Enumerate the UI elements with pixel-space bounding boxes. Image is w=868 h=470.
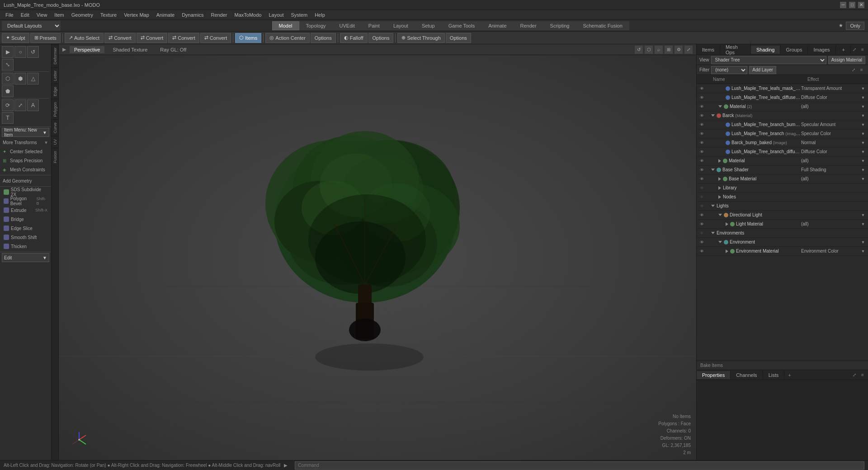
row-arrow-1[interactable]: ▼ bbox=[860, 86, 866, 91]
tool-options-12[interactable]: Options bbox=[311, 33, 336, 43]
lock-3[interactable] bbox=[705, 103, 711, 110]
properties-tab[interactable]: Properties bbox=[697, 371, 731, 379]
menu-dynamics[interactable]: Dynamics bbox=[178, 11, 207, 19]
tri-13[interactable] bbox=[718, 195, 721, 199]
filter-options-icon[interactable]: ≡ bbox=[858, 66, 865, 74]
tri-3[interactable] bbox=[718, 105, 722, 108]
add-layer-button[interactable]: Add Layer bbox=[749, 66, 776, 74]
tri-14[interactable] bbox=[711, 205, 715, 207]
tool-items-9[interactable]: ⬡Items bbox=[235, 33, 261, 43]
lock-6[interactable] bbox=[705, 131, 711, 137]
fusion-label[interactable]: Fusion bbox=[52, 148, 58, 166]
row-arrow-8[interactable]: ▼ bbox=[860, 150, 866, 154]
assign-material-button[interactable]: Assign Material bbox=[828, 56, 865, 64]
filter-select[interactable]: (none) bbox=[711, 66, 747, 74]
row-arrow-6[interactable]: ▼ bbox=[860, 132, 866, 136]
menu-system[interactable]: System bbox=[287, 11, 311, 19]
shader-row-directional-light[interactable]: 👁 Directional Light ▼ bbox=[697, 211, 868, 220]
viewport-canvas[interactable]: No Items Polygons : Face Channels: 0 Def… bbox=[59, 55, 696, 460]
vis-toggle-4[interactable]: 👁 bbox=[698, 113, 705, 119]
item-menu-dropdown[interactable]: Item Menu: New Item ▼ bbox=[2, 128, 49, 137]
mode-tab-topology[interactable]: Topology bbox=[299, 21, 333, 30]
edge-label[interactable]: Edge bbox=[52, 84, 58, 99]
perspective-tab[interactable]: Perspective bbox=[70, 46, 104, 53]
tool-select-through-17[interactable]: ⊕Select Through bbox=[397, 33, 444, 43]
lock-11[interactable] bbox=[705, 176, 711, 182]
row-arrow-19[interactable]: ▼ bbox=[860, 249, 866, 254]
lock-13[interactable] bbox=[705, 194, 711, 200]
menu-texture[interactable]: Texture bbox=[97, 11, 120, 19]
command-input[interactable] bbox=[295, 461, 864, 470]
mode-tab-uvedit[interactable]: UVEdit bbox=[333, 21, 362, 30]
vis-toggle-9[interactable]: 👁 bbox=[698, 158, 705, 164]
tool-icon-12[interactable]: T bbox=[2, 112, 14, 124]
vis-toggle-8[interactable]: 👁 bbox=[698, 149, 705, 155]
shader-row-environment[interactable]: 👁 Environment ▼ bbox=[697, 238, 868, 247]
panel-expand-icon[interactable]: ⤢ bbox=[851, 46, 858, 53]
lock-8[interactable] bbox=[705, 149, 711, 155]
shader-row-material1[interactable]: 👁 Material (2) (all) ▼ bbox=[697, 102, 868, 111]
bridge[interactable]: Bridge bbox=[0, 215, 51, 224]
edit-dropdown[interactable]: Edit ▼ bbox=[2, 253, 49, 262]
tool-options-18[interactable]: Options bbox=[446, 33, 471, 43]
reset-icon[interactable]: ↺ bbox=[635, 46, 643, 54]
smooth-shift[interactable]: Smooth Shift bbox=[0, 233, 51, 242]
grid-icon[interactable]: ⊞ bbox=[665, 46, 673, 54]
center-selected[interactable]: ✦ Center Selected bbox=[0, 147, 51, 156]
menu-geometry[interactable]: Geometry bbox=[68, 11, 97, 19]
shader-row-base-shader[interactable]: 👁 Base Shader Full Shading ▼ bbox=[697, 165, 868, 174]
deformer-label[interactable]: Deformer bbox=[52, 44, 58, 67]
mode-tab-paint[interactable]: Paint bbox=[362, 21, 387, 30]
shader-row-library[interactable]: 👁 Library bbox=[697, 183, 868, 193]
tool-icon-4[interactable]: ⤡ bbox=[2, 59, 14, 70]
tool-convert-5[interactable]: ⇄Convert bbox=[137, 33, 168, 43]
letter-label[interactable]: Letter bbox=[52, 67, 58, 84]
menu-edit[interactable]: Edit bbox=[17, 11, 33, 19]
row-arrow-10[interactable]: ▼ bbox=[860, 168, 866, 172]
bake-items-row[interactable]: Bake Items bbox=[697, 361, 868, 370]
tri-9[interactable] bbox=[718, 159, 721, 163]
vis-toggle-18[interactable]: 👁 bbox=[698, 239, 705, 245]
menu-file[interactable]: File bbox=[2, 11, 17, 19]
menu-item[interactable]: Item bbox=[51, 11, 67, 19]
vis-toggle-15[interactable]: 👁 bbox=[698, 212, 705, 218]
row-arrow-3[interactable]: ▼ bbox=[860, 104, 866, 109]
row-arrow-7[interactable]: ▼ bbox=[860, 141, 866, 145]
more-transforms[interactable]: More Transforms ▼ bbox=[0, 138, 51, 147]
lock-7[interactable] bbox=[705, 140, 711, 146]
lock-16[interactable] bbox=[705, 221, 711, 227]
mode-tab-setup[interactable]: Setup bbox=[415, 21, 442, 30]
bottom-options-icon[interactable]: ≡ bbox=[859, 371, 866, 379]
mode-tab-animate[interactable]: Animate bbox=[481, 21, 513, 30]
lock-14[interactable] bbox=[705, 203, 711, 209]
lock-4[interactable] bbox=[705, 113, 711, 119]
close-button[interactable]: ✕ bbox=[858, 2, 864, 8]
menu-animate[interactable]: Animate bbox=[153, 11, 178, 19]
shader-row-barck[interactable]: 👁 Barck (Material) ▼ bbox=[697, 111, 868, 120]
sds-subdivide[interactable]: SDS Subdivide 2X bbox=[0, 188, 51, 197]
mesh-constraints[interactable]: ◈ Mesh Constraints bbox=[0, 165, 51, 174]
shader-row-barck-bump[interactable]: 👁 Barck_bump_baked (Image) Normal ▼ bbox=[697, 138, 868, 147]
row-arrow-4[interactable]: ▼ bbox=[860, 113, 866, 118]
row-arrow-11[interactable]: ▼ bbox=[860, 177, 866, 181]
tool-presets-1[interactable]: ⊞Presets bbox=[30, 33, 61, 43]
tri-4[interactable] bbox=[711, 114, 715, 117]
lock-19[interactable] bbox=[705, 248, 711, 254]
mode-tab-render[interactable]: Render bbox=[514, 21, 543, 30]
shader-row-branch[interactable]: 👁 Lush_Maple_Tree_branch (Image) 2 Specu… bbox=[697, 129, 868, 138]
tool-icon-1[interactable]: ▶ bbox=[2, 46, 14, 58]
tri-18[interactable] bbox=[718, 241, 722, 243]
filter-expand-icon[interactable]: ⤢ bbox=[850, 66, 857, 74]
row-arrow-2[interactable]: ▼ bbox=[860, 95, 866, 100]
row-arrow-18[interactable]: ▼ bbox=[860, 240, 866, 244]
mode-tab-scripting[interactable]: Scripting bbox=[543, 21, 576, 30]
groups-tab[interactable]: Groups bbox=[780, 46, 808, 54]
lock-10[interactable] bbox=[705, 167, 711, 173]
maximize-button[interactable]: □ bbox=[849, 2, 855, 8]
tool-auto-select-3[interactable]: ↗Auto Select bbox=[65, 33, 104, 43]
tool-icon-10[interactable]: ⤢ bbox=[14, 99, 26, 111]
row-arrow-5[interactable]: ▼ bbox=[860, 122, 866, 127]
tool-icon-7[interactable]: △ bbox=[27, 73, 39, 85]
tool-icon-5[interactable]: ⬡ bbox=[2, 73, 14, 85]
tri-19[interactable] bbox=[726, 249, 728, 253]
